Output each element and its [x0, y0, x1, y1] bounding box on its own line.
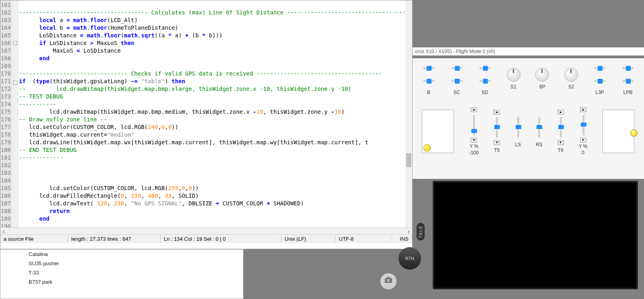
trim-label: T6: [558, 147, 564, 153]
simulator-controls-panel: B SC SD S1 6P S2: [413, 58, 644, 179]
status-insert-mode: INS: [392, 235, 412, 243]
switch-label: L3P: [596, 90, 604, 95]
code-editor-window: 1611621631641651661671681691701711721731…: [0, 0, 413, 249]
spin-down-icon[interactable]: ▼: [471, 138, 477, 143]
spin-down-icon[interactable]: ▼: [580, 138, 586, 143]
trim-ls[interactable]: LS: [515, 115, 521, 147]
rtn-button[interactable]: RTN: [398, 247, 421, 270]
line-number-gutter[interactable]: 1611621631641651661671681691701711721731…: [0, 0, 12, 227]
switch-label: SC: [453, 90, 460, 95]
spin-down-icon[interactable]: ▼: [493, 140, 500, 145]
list-item[interactable]: Catalina: [0, 250, 243, 259]
trim-label: LS: [515, 142, 521, 147]
scrollbar-thumb[interactable]: [406, 153, 411, 167]
simulator-title: orus X10 / X10S) - Flight Mode 0 (#0): [413, 47, 644, 55]
knob-label: S2: [568, 84, 574, 90]
code-area[interactable]: 1611621631641651661671681691701711721731…: [0, 0, 412, 227]
status-encoding: UTF-8: [336, 235, 392, 243]
list-item[interactable]: SU35 pusher: [0, 259, 243, 268]
right-trim[interactable]: ▲ ▼ Y % 0: [579, 107, 588, 156]
vertical-scrollbar[interactable]: [405, 0, 412, 227]
svg-point-1: [387, 279, 390, 282]
controls-row-2: ▲ ▼ Y % -100 ▲ ▼ T5 LS RS ▲: [413, 99, 644, 160]
left-stick[interactable]: [422, 110, 454, 153]
switch-l3p[interactable]: L3P: [593, 62, 606, 95]
knob-6p[interactable]: 6P: [535, 68, 549, 90]
knob-s1[interactable]: S1: [507, 68, 520, 90]
horizontal-scrollbar[interactable]: ‹ ›: [0, 227, 412, 234]
knob-s2[interactable]: S2: [564, 68, 578, 90]
tele-button[interactable]: TELE: [417, 223, 425, 241]
status-bar: a source File length : 27.373 lines : 64…: [0, 234, 412, 243]
switch-sd[interactable]: SD: [479, 62, 491, 95]
right-stick[interactable]: [602, 110, 634, 153]
status-eol: Unix (LF): [281, 235, 336, 243]
model-list-panel: CatalinaSU35 pusherT-33B737 park: [0, 249, 244, 299]
radio-lcd-display: No GPS SIGNAL: [433, 181, 638, 289]
y-percent-left-value: -100: [469, 150, 479, 156]
switch-lpb[interactable]: LPB: [621, 62, 634, 95]
trim-t6[interactable]: ▲ ▼ T6: [557, 110, 564, 153]
knob-label: S1: [510, 84, 516, 90]
spin-up-icon[interactable]: ▲: [580, 107, 586, 112]
trim-rs[interactable]: RS: [536, 115, 543, 147]
spin-up-icon[interactable]: ▲: [557, 110, 564, 115]
trim-label: T5: [494, 147, 500, 153]
switch-label: LPB: [623, 90, 633, 95]
status-length: length : 27.373 lines : 647: [68, 235, 161, 243]
left-trim[interactable]: ▲ ▼ Y % -100: [469, 107, 479, 156]
fold-margin[interactable]: --: [12, 0, 19, 227]
y-percent-label: Y %: [579, 143, 588, 149]
list-item[interactable]: B737 park: [0, 277, 243, 287]
code-content[interactable]: -------------------------------------- C…: [19, 0, 412, 227]
scroll-right-icon[interactable]: ›: [405, 228, 412, 235]
knob-label: 6P: [539, 84, 545, 90]
status-source: a source File: [0, 235, 68, 243]
controls-row-1: B SC SD S1 6P S2: [413, 58, 644, 99]
switch-b[interactable]: B: [422, 62, 435, 95]
simulator-window: orus X10 / X10S) - Flight Mode 0 (#0) B …: [413, 0, 644, 299]
spin-down-icon[interactable]: ▼: [557, 140, 564, 145]
scroll-left-icon[interactable]: ‹: [0, 228, 7, 235]
trim-t5[interactable]: ▲ ▼ T5: [493, 110, 500, 153]
switch-label: B: [427, 90, 430, 95]
spin-up-icon[interactable]: ▲: [471, 107, 477, 112]
list-item[interactable]: T-33: [0, 268, 243, 277]
status-position: Ln : 134 Col : 19 Sel : 0 | 0: [161, 235, 281, 243]
trim-label: RS: [536, 142, 543, 147]
spin-up-icon[interactable]: ▲: [493, 110, 500, 115]
y-percent-right-value: 0: [582, 150, 584, 156]
camera-icon[interactable]: [380, 273, 396, 289]
svg-rect-2: [387, 277, 390, 279]
y-percent-label: Y %: [470, 143, 479, 149]
switch-label: SD: [481, 90, 488, 95]
switch-sc[interactable]: SC: [450, 62, 463, 95]
